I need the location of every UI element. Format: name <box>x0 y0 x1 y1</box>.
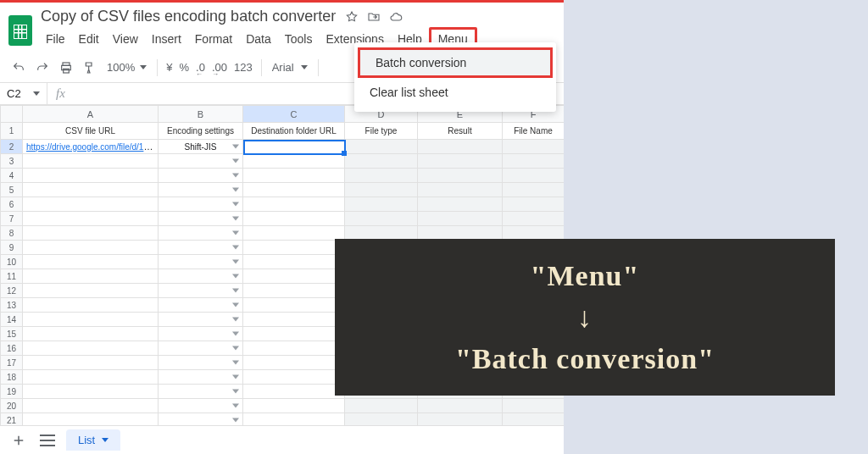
cell-D5[interactable] <box>345 183 418 197</box>
cell-B3[interactable] <box>159 154 243 169</box>
menu-edit[interactable]: Edit <box>72 30 106 48</box>
cell-E5[interactable] <box>418 183 503 197</box>
cell-B10[interactable] <box>159 255 243 269</box>
cell-B4[interactable] <box>159 169 243 183</box>
cell-C6[interactable] <box>243 197 345 212</box>
menu-item-batch-conversion[interactable]: Batch conversion <box>358 47 553 78</box>
name-box[interactable]: C2 <box>0 83 47 104</box>
cell-F21[interactable] <box>503 413 565 426</box>
row-header-15[interactable]: 15 <box>1 327 23 341</box>
row-header-2[interactable]: 2 <box>1 140 23 154</box>
select-all-corner[interactable] <box>1 106 23 123</box>
cell-E20[interactable] <box>418 399 503 413</box>
cell-E7[interactable] <box>418 212 503 226</box>
cell-A15[interactable] <box>23 327 159 341</box>
cell-D6[interactable] <box>345 197 418 212</box>
row-header-18[interactable]: 18 <box>1 370 23 385</box>
menu-format[interactable]: Format <box>188 30 239 48</box>
cell-C5[interactable] <box>243 183 345 197</box>
cell-C11[interactable] <box>243 269 345 284</box>
row-header-1[interactable]: 1 <box>1 123 23 140</box>
cell-A9[interactable] <box>23 241 159 255</box>
cell-F2[interactable] <box>503 140 565 154</box>
cell-B7[interactable] <box>159 212 243 226</box>
cell-C14[interactable] <box>243 313 345 327</box>
menu-view[interactable]: View <box>106 30 145 48</box>
cell-E1[interactable]: Result <box>418 123 503 140</box>
col-header-A[interactable]: A <box>23 106 159 123</box>
row-header-21[interactable]: 21 <box>1 413 23 426</box>
cell-B21[interactable] <box>159 413 243 426</box>
cell-B20[interactable] <box>159 399 243 413</box>
cell-E2[interactable] <box>418 140 503 154</box>
percent-button[interactable]: % <box>177 61 191 74</box>
cell-A6[interactable] <box>23 197 159 212</box>
menu-data[interactable]: Data <box>239 30 278 48</box>
cell-A18[interactable] <box>23 370 159 385</box>
cloud-status-icon[interactable] <box>388 9 403 25</box>
cell-C1[interactable]: Destination folder URL <box>243 123 345 140</box>
cell-F6[interactable] <box>503 197 565 212</box>
cell-C13[interactable] <box>243 298 345 313</box>
cell-B9[interactable] <box>159 241 243 255</box>
cell-A8[interactable] <box>23 226 159 241</box>
row-header-17[interactable]: 17 <box>1 356 23 370</box>
row-header-4[interactable]: 4 <box>1 169 23 183</box>
cell-B6[interactable] <box>159 197 243 212</box>
cell-D7[interactable] <box>345 212 418 226</box>
cell-A1[interactable]: CSV file URL <box>23 123 159 140</box>
cell-C17[interactable] <box>243 356 345 370</box>
cell-A11[interactable] <box>23 269 159 284</box>
cell-B17[interactable] <box>159 356 243 370</box>
cell-C10[interactable] <box>243 255 345 269</box>
col-header-C[interactable]: C <box>243 106 345 123</box>
cell-F20[interactable] <box>503 399 565 413</box>
cell-E6[interactable] <box>418 197 503 212</box>
cell-A20[interactable] <box>23 399 159 413</box>
cell-C7[interactable] <box>243 212 345 226</box>
add-sheet-button[interactable] <box>8 430 29 451</box>
row-header-14[interactable]: 14 <box>1 313 23 327</box>
cell-C2[interactable] <box>243 140 345 154</box>
cell-E3[interactable] <box>418 154 503 169</box>
row-header-5[interactable]: 5 <box>1 183 23 197</box>
all-sheets-button[interactable] <box>37 430 58 451</box>
menu-insert[interactable]: Insert <box>145 30 188 48</box>
row-header-13[interactable]: 13 <box>1 298 23 313</box>
cell-A2[interactable]: https://drive.google.com/file/d/106cUeMk… <box>23 140 159 154</box>
cell-C18[interactable] <box>243 370 345 385</box>
cell-C20[interactable] <box>243 399 345 413</box>
row-header-11[interactable]: 11 <box>1 269 23 284</box>
cell-D8[interactable] <box>345 226 418 241</box>
cell-A21[interactable] <box>23 413 159 426</box>
cell-A10[interactable] <box>23 255 159 269</box>
cell-F7[interactable] <box>503 212 565 226</box>
cell-B15[interactable] <box>159 327 243 341</box>
move-folder-icon[interactable] <box>366 9 381 25</box>
cell-B8[interactable] <box>159 226 243 241</box>
cell-C15[interactable] <box>243 327 345 341</box>
cell-D20[interactable] <box>345 399 418 413</box>
print-icon[interactable] <box>56 58 76 78</box>
currency-button[interactable]: ¥ <box>164 61 174 74</box>
row-header-16[interactable]: 16 <box>1 341 23 356</box>
cell-C21[interactable] <box>243 413 345 426</box>
cell-F3[interactable] <box>503 154 565 169</box>
cell-F5[interactable] <box>503 183 565 197</box>
cell-C16[interactable] <box>243 341 345 356</box>
cell-A7[interactable] <box>23 212 159 226</box>
document-title[interactable]: Copy of CSV files encoding batch convert… <box>39 8 337 25</box>
cell-B16[interactable] <box>159 341 243 356</box>
cell-C8[interactable] <box>243 226 345 241</box>
cell-B12[interactable] <box>159 284 243 298</box>
cell-F8[interactable] <box>503 226 565 241</box>
cell-D2[interactable] <box>345 140 418 154</box>
cell-A13[interactable] <box>23 298 159 313</box>
row-header-9[interactable]: 9 <box>1 241 23 255</box>
row-header-19[interactable]: 19 <box>1 385 23 399</box>
row-header-6[interactable]: 6 <box>1 197 23 212</box>
row-header-20[interactable]: 20 <box>1 399 23 413</box>
cell-B1[interactable]: Encoding settings <box>159 123 243 140</box>
cell-D4[interactable] <box>345 169 418 183</box>
cell-C3[interactable] <box>243 154 345 169</box>
